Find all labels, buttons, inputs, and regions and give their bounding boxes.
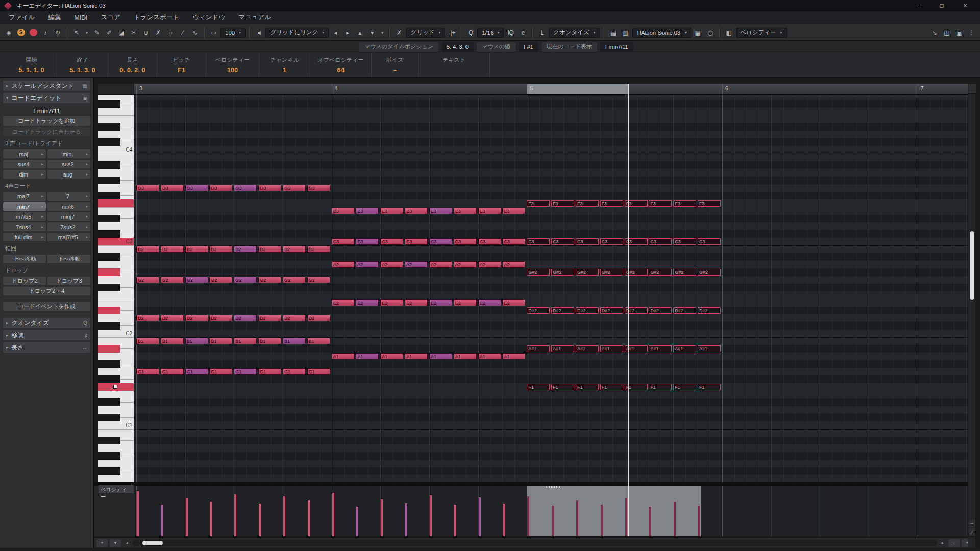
playhead-cursor[interactable] xyxy=(628,84,629,536)
midi-note-E3[interactable]: E3 xyxy=(478,208,501,214)
velocity-bar[interactable] xyxy=(649,507,651,536)
chord-type-button[interactable]: min.▸ xyxy=(47,149,90,158)
midi-note-G#2[interactable]: G#2 xyxy=(698,269,721,276)
highlighted-key-F3[interactable] xyxy=(98,199,134,207)
show-part-borders-icon[interactable]: ▤ xyxy=(608,27,619,38)
chord-type-button[interactable]: aug▸ xyxy=(47,170,90,179)
infoline-field-value[interactable]: 5. 1. 3. 0 xyxy=(57,66,108,74)
piano-key-A#2[interactable] xyxy=(98,253,120,261)
velocity-bar[interactable] xyxy=(308,500,310,536)
menu-item-2[interactable]: 編集 xyxy=(41,11,67,24)
midi-note-D2[interactable]: D2 xyxy=(307,315,330,321)
chord-type-button[interactable]: ドロップ3 xyxy=(47,277,90,285)
midi-note-G#2[interactable]: G#2 xyxy=(527,269,550,276)
chord-type-button[interactable]: dim▸ xyxy=(3,170,46,179)
midi-note-B1[interactable]: B1 xyxy=(161,338,184,344)
chord-type-button[interactable]: maj7/#5▸ xyxy=(47,233,90,241)
midi-note-G2[interactable]: G2 xyxy=(283,277,306,283)
lane-splitter[interactable] xyxy=(94,482,975,486)
piano-key-A#0[interactable] xyxy=(98,437,120,444)
midi-note-F1[interactable]: F1 xyxy=(600,384,623,390)
snap-toggle-icon[interactable]: ✗ xyxy=(394,27,405,38)
midi-note-D#2[interactable]: D#2 xyxy=(576,307,599,314)
midi-note-B1[interactable]: B1 xyxy=(185,338,208,344)
midi-note-G1[interactable]: G1 xyxy=(283,368,306,375)
chord-type-button[interactable]: 下へ移動 xyxy=(47,255,90,263)
midi-note-F1[interactable]: F1 xyxy=(673,384,696,390)
menu-item-6[interactable]: ウィンドウ xyxy=(186,11,232,24)
midi-note-C3[interactable]: C3 xyxy=(405,238,428,245)
midi-note-C3[interactable]: C3 xyxy=(478,238,501,245)
split-tool[interactable]: ✂ xyxy=(128,27,139,38)
mute-tool[interactable]: ✗ xyxy=(153,27,164,38)
midi-note-F1[interactable]: F1 xyxy=(551,384,574,390)
menu-item-1[interactable]: ファイル xyxy=(2,11,41,24)
record-in-editor-button[interactable] xyxy=(28,27,39,38)
piano-key-D#4[interactable] xyxy=(98,123,120,131)
midi-note-G3[interactable]: G3 xyxy=(307,185,330,191)
length-quantize-icon[interactable]: L xyxy=(536,27,548,38)
midi-note-A1[interactable]: A1 xyxy=(502,353,525,360)
chord-type-button[interactable]: minj7▸ xyxy=(47,212,90,221)
midi-note-B1[interactable]: B1 xyxy=(258,338,281,344)
midi-note-B1[interactable]: B1 xyxy=(136,338,159,344)
midi-note-G3[interactable]: G3 xyxy=(161,185,184,191)
velocity-bar[interactable] xyxy=(405,503,407,536)
vertical-scrollbar[interactable]: − + xyxy=(968,84,975,536)
open-in-lower-zone-icon[interactable]: ↘ xyxy=(929,27,940,38)
solo-editor-button[interactable]: S xyxy=(15,27,27,38)
match-chord-track-button[interactable]: コードトラックに合わせる xyxy=(3,127,90,136)
section-scale-assistant[interactable]: ▸ スケールアシスタント ▦ xyxy=(3,81,90,91)
piano-key-F#2[interactable] xyxy=(98,284,120,291)
midi-note-F3[interactable]: F3 xyxy=(600,200,623,207)
piano-key-D#3[interactable] xyxy=(98,215,120,222)
insert-velocity-dropdown[interactable]: 100 ▾ xyxy=(220,28,246,38)
length-quantize-dropdown[interactable]: クオンタイズ ▾ xyxy=(549,28,600,38)
quantize-panel-icon[interactable]: e xyxy=(518,27,529,38)
piano-key-G#0[interactable] xyxy=(98,452,120,460)
close-button[interactable]: × xyxy=(953,0,977,11)
midi-note-E3[interactable]: E3 xyxy=(502,208,525,214)
grid-type-dropdown[interactable]: グリッド ▾ xyxy=(406,28,445,38)
toolbar-options-icon[interactable]: ⋮ xyxy=(966,27,977,38)
piano-keyboard[interactable]: C4C3C2C1 xyxy=(98,95,134,482)
midi-note-B2[interactable]: B2 xyxy=(185,246,208,253)
velocity-bar[interactable] xyxy=(356,507,358,536)
note-grid[interactable]: G3G3G3G3G3G3G3G3B2B2B2B2B2B2B2B2G2G2G2G2… xyxy=(134,95,968,482)
zoom-tool[interactable]: ○ xyxy=(165,27,176,38)
chord-type-button[interactable]: ドロップ2 xyxy=(3,277,46,285)
grid-overlay-icon[interactable]: ▦ xyxy=(692,27,703,38)
midi-note-G#2[interactable]: G#2 xyxy=(551,269,574,276)
midi-note-D2[interactable]: D2 xyxy=(136,315,159,321)
midi-note-G#2[interactable]: G#2 xyxy=(673,269,696,276)
add-controller-lane-button[interactable]: + xyxy=(96,539,108,547)
velocity-bar[interactable] xyxy=(259,504,261,536)
midi-note-C3[interactable]: C3 xyxy=(380,238,403,245)
snap-offset-icon[interactable]: -|+ xyxy=(446,27,457,38)
glue-tool[interactable]: ∪ xyxy=(140,27,152,38)
piano-key-F#3[interactable] xyxy=(98,192,120,199)
piano-key-A#1[interactable] xyxy=(98,345,120,353)
chord-type-button[interactable]: 7sus2▸ xyxy=(47,222,90,231)
midi-note-G3[interactable]: G3 xyxy=(185,185,208,191)
midi-note-E2[interactable]: E2 xyxy=(332,299,355,306)
vertical-zoom-in-button[interactable]: + xyxy=(969,528,975,535)
nudge-up-icon[interactable]: ▴ xyxy=(354,27,365,38)
midi-note-C3[interactable]: C3 xyxy=(527,238,550,245)
event-colors-dropdown[interactable]: ベロシティー ▾ xyxy=(736,28,787,38)
piano-key-G#2[interactable] xyxy=(98,268,120,276)
maximize-button[interactable]: □ xyxy=(930,0,953,11)
part-selector-dropdown[interactable]: HALion Sonic 03 ▾ xyxy=(632,28,692,38)
velocity-bar[interactable] xyxy=(479,497,481,536)
midi-note-A#1[interactable]: A#1 xyxy=(600,345,623,352)
piano-key-F#0[interactable] xyxy=(98,467,120,475)
midi-note-C3[interactable]: C3 xyxy=(502,238,525,245)
midi-note-E3[interactable]: E3 xyxy=(356,208,379,214)
midi-note-D2[interactable]: D2 xyxy=(283,315,306,321)
midi-note-F3[interactable]: F3 xyxy=(576,200,599,207)
nudge-down-icon[interactable]: ▾ xyxy=(366,27,378,38)
midi-note-B2[interactable]: B2 xyxy=(136,246,159,253)
midi-note-A1[interactable]: A1 xyxy=(332,353,355,360)
piano-key-A#3[interactable] xyxy=(98,161,120,169)
section-chord-edit[interactable]: ▾ コードエディット ≣ xyxy=(3,93,90,103)
